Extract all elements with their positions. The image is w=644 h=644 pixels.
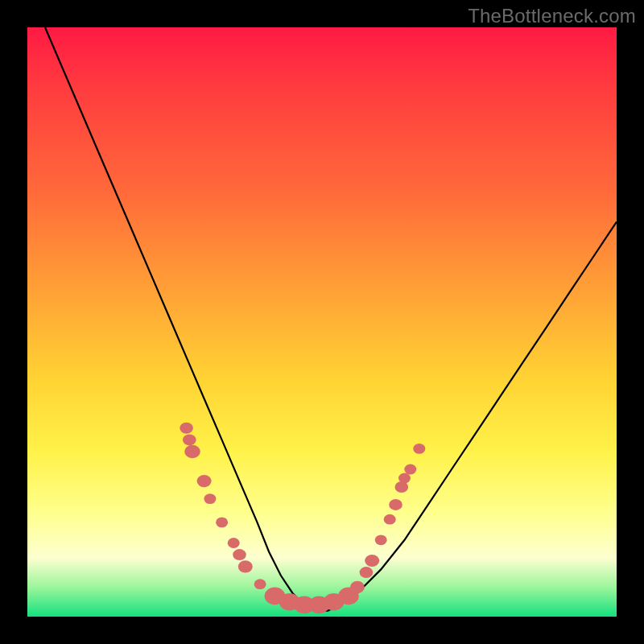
chart-marker <box>254 579 266 589</box>
chart-marker <box>398 473 411 484</box>
chart-markers <box>180 423 425 613</box>
outer-frame: TheBottleneck.com <box>0 0 644 644</box>
chart-marker <box>360 567 374 578</box>
chart-marker <box>216 518 228 528</box>
chart-svg <box>27 27 617 617</box>
chart-marker <box>228 538 240 548</box>
chart-marker <box>197 475 212 487</box>
chart-marker <box>384 514 396 525</box>
chart-marker <box>413 444 425 454</box>
chart-marker <box>404 464 416 475</box>
chart-marker <box>238 560 253 572</box>
bottleneck-curve <box>45 27 617 611</box>
plot-area <box>27 27 617 617</box>
chart-marker <box>184 445 200 459</box>
chart-marker <box>389 499 402 510</box>
chart-marker <box>204 493 216 504</box>
chart-marker <box>365 555 379 567</box>
chart-marker <box>350 581 365 593</box>
chart-marker <box>375 535 387 545</box>
watermark-text: TheBottleneck.com <box>468 5 636 27</box>
chart-marker <box>180 423 193 434</box>
chart-marker <box>233 549 246 560</box>
chart-marker <box>183 434 196 445</box>
